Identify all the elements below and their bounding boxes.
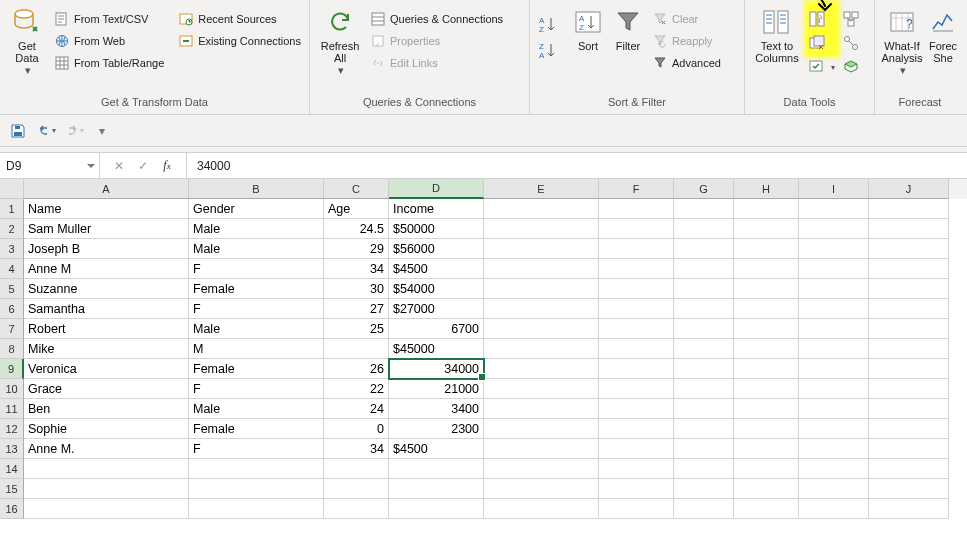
cell-A13[interactable]: Anne M.	[24, 439, 189, 459]
cell-B14[interactable]	[189, 459, 324, 479]
cell-G3[interactable]	[674, 239, 734, 259]
cell-G16[interactable]	[674, 499, 734, 519]
cell-H8[interactable]	[734, 339, 799, 359]
cell-D16[interactable]	[389, 499, 484, 519]
save-button[interactable]	[8, 121, 28, 141]
cell-G5[interactable]	[674, 279, 734, 299]
forecast-sheet-button[interactable]: ForecShe	[925, 4, 961, 64]
cell-C2[interactable]: 24.5	[324, 219, 389, 239]
cell-C9[interactable]: 26	[324, 359, 389, 379]
cell-D4[interactable]: $4500	[389, 259, 484, 279]
cell-J2[interactable]	[869, 219, 949, 239]
cell-F8[interactable]	[599, 339, 674, 359]
cell-B3[interactable]: Male	[189, 239, 324, 259]
cell-D13[interactable]: $4500	[389, 439, 484, 459]
cell-E12[interactable]	[484, 419, 599, 439]
cell-D9[interactable]: 34000	[389, 359, 484, 379]
cell-G12[interactable]	[674, 419, 734, 439]
from-text-csv-button[interactable]: From Text/CSV	[50, 8, 168, 30]
cell-A11[interactable]: Ben	[24, 399, 189, 419]
cell-E13[interactable]	[484, 439, 599, 459]
cell-D5[interactable]: $54000	[389, 279, 484, 299]
refresh-all-button[interactable]: RefreshAll ▾	[314, 4, 366, 76]
cell-F12[interactable]	[599, 419, 674, 439]
cell-E4[interactable]	[484, 259, 599, 279]
cancel-formula-button[interactable]: ✕	[110, 157, 128, 175]
advanced-filter-button[interactable]: Advanced	[648, 52, 725, 74]
column-header-I[interactable]: I	[799, 179, 869, 199]
cell-E8[interactable]	[484, 339, 599, 359]
cell-F16[interactable]	[599, 499, 674, 519]
cell-H5[interactable]	[734, 279, 799, 299]
column-header-C[interactable]: C	[324, 179, 389, 199]
cell-G2[interactable]	[674, 219, 734, 239]
sort-button[interactable]: AZ Sort	[568, 4, 608, 52]
cell-D11[interactable]: 3400	[389, 399, 484, 419]
filter-button[interactable]: Filter	[608, 4, 648, 52]
row-header-1[interactable]: 1	[0, 199, 24, 219]
cell-E7[interactable]	[484, 319, 599, 339]
row-header-9[interactable]: 9	[0, 359, 24, 379]
relationships-button[interactable]	[839, 32, 867, 54]
cell-E1[interactable]	[484, 199, 599, 219]
cell-H15[interactable]	[734, 479, 799, 499]
row-header-4[interactable]: 4	[0, 259, 24, 279]
cell-G10[interactable]	[674, 379, 734, 399]
cell-C7[interactable]: 25	[324, 319, 389, 339]
cell-E5[interactable]	[484, 279, 599, 299]
insert-function-button[interactable]: fx	[158, 157, 176, 175]
cell-A7[interactable]: Robert	[24, 319, 189, 339]
cell-F5[interactable]	[599, 279, 674, 299]
row-header-6[interactable]: 6	[0, 299, 24, 319]
cell-D7[interactable]: 6700	[389, 319, 484, 339]
cell-J11[interactable]	[869, 399, 949, 419]
column-header-G[interactable]: G	[674, 179, 734, 199]
row-header-10[interactable]: 10	[0, 379, 24, 399]
redo-button[interactable]: ▾	[64, 121, 84, 141]
row-header-5[interactable]: 5	[0, 279, 24, 299]
cell-C5[interactable]: 30	[324, 279, 389, 299]
cell-B4[interactable]: F	[189, 259, 324, 279]
column-header-J[interactable]: J	[869, 179, 949, 199]
enter-formula-button[interactable]: ✓	[134, 157, 152, 175]
cell-J16[interactable]	[869, 499, 949, 519]
cell-G1[interactable]	[674, 199, 734, 219]
column-header-H[interactable]: H	[734, 179, 799, 199]
cell-A10[interactable]: Grace	[24, 379, 189, 399]
cell-H9[interactable]	[734, 359, 799, 379]
cell-G11[interactable]	[674, 399, 734, 419]
cell-C12[interactable]: 0	[324, 419, 389, 439]
sort-desc-button[interactable]: ZA	[534, 38, 566, 64]
cell-D2[interactable]: $50000	[389, 219, 484, 239]
cell-E3[interactable]	[484, 239, 599, 259]
cell-C8[interactable]	[324, 339, 389, 359]
cell-B7[interactable]: Male	[189, 319, 324, 339]
cell-E10[interactable]	[484, 379, 599, 399]
row-header-7[interactable]: 7	[0, 319, 24, 339]
cell-J10[interactable]	[869, 379, 949, 399]
name-box[interactable]: D9	[0, 153, 100, 178]
cell-I1[interactable]	[799, 199, 869, 219]
cell-G14[interactable]	[674, 459, 734, 479]
cell-A16[interactable]	[24, 499, 189, 519]
sort-asc-button[interactable]: AZ	[534, 12, 566, 38]
cell-C14[interactable]	[324, 459, 389, 479]
cell-I9[interactable]	[799, 359, 869, 379]
cell-J6[interactable]	[869, 299, 949, 319]
cell-C1[interactable]: Age	[324, 199, 389, 219]
manage-data-model-button[interactable]	[839, 56, 867, 78]
cell-B9[interactable]: Female	[189, 359, 324, 379]
data-validation-button[interactable]: ▾	[805, 56, 839, 78]
cell-I7[interactable]	[799, 319, 869, 339]
cell-B8[interactable]: M	[189, 339, 324, 359]
cell-J1[interactable]	[869, 199, 949, 219]
row-header-8[interactable]: 8	[0, 339, 24, 359]
cell-J5[interactable]	[869, 279, 949, 299]
cell-E14[interactable]	[484, 459, 599, 479]
column-header-D[interactable]: D	[389, 179, 484, 199]
cell-E6[interactable]	[484, 299, 599, 319]
cell-B12[interactable]: Female	[189, 419, 324, 439]
cell-F7[interactable]	[599, 319, 674, 339]
cell-D10[interactable]: 21000	[389, 379, 484, 399]
cell-B5[interactable]: Female	[189, 279, 324, 299]
